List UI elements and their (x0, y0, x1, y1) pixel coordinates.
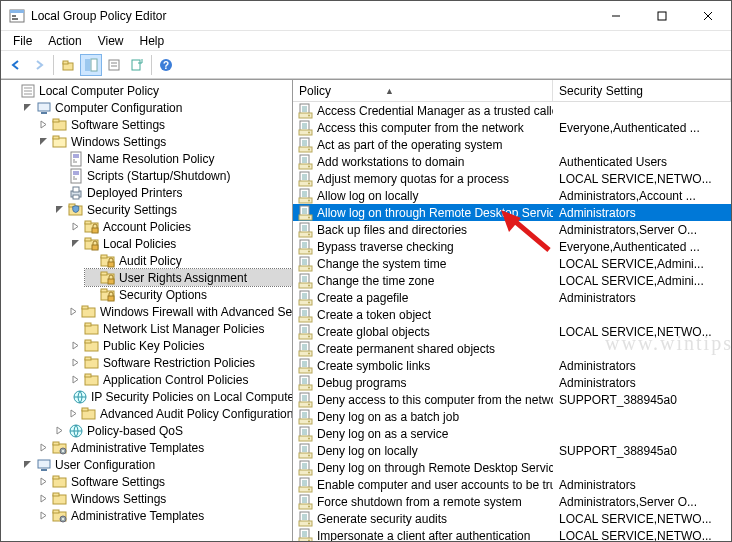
policy-row[interactable]: Enable computer and user accounts to be … (293, 476, 731, 493)
policy-row[interactable]: Back up files and directories Administra… (293, 221, 731, 238)
tree-item-software-restriction-policies[interactable]: Software Restriction Policies (69, 354, 292, 371)
help-button[interactable]: ? (155, 54, 177, 76)
policy-row[interactable]: Bypass traverse checking Everyone,Authen… (293, 238, 731, 255)
expand-icon[interactable] (69, 340, 81, 352)
tree-pane[interactable]: Local Computer PolicyComputer Configurat… (1, 80, 293, 541)
policy-row[interactable]: Access Credential Manager as a trusted c… (293, 102, 731, 119)
policy-row[interactable]: Act as part of the operating system (293, 136, 731, 153)
tree-item-administrative-templates[interactable]: Administrative Templates (37, 507, 292, 524)
tree-item-public-key-policies[interactable]: Public Key Policies (69, 337, 292, 354)
menu-file[interactable]: File (5, 33, 40, 49)
list-pane[interactable]: Policy ▲ Security Setting Access Credent… (293, 80, 731, 541)
expand-icon[interactable] (69, 306, 78, 318)
tree-item-deployed-printers[interactable]: Deployed Printers (53, 184, 292, 201)
collapse-icon[interactable] (53, 204, 65, 216)
expand-icon[interactable] (37, 493, 49, 505)
tree-item-security-options[interactable]: Security Options (85, 286, 292, 303)
tree-item-software-settings[interactable]: Software Settings (37, 473, 292, 490)
show-hide-tree-button[interactable] (80, 54, 102, 76)
policy-row[interactable]: Adjust memory quotas for a process LOCAL… (293, 170, 731, 187)
policy-row[interactable]: Create symbolic links Administrators (293, 357, 731, 374)
policy-row[interactable]: Deny access to this computer from the ne… (293, 391, 731, 408)
tree-item-policy-based-qos[interactable]: Policy-based QoS (53, 422, 292, 439)
expand-icon[interactable] (37, 119, 49, 131)
tree-item-label: Deployed Printers (87, 186, 182, 200)
policy-row[interactable]: Generate security audits LOCAL SERVICE,N… (293, 510, 731, 527)
svg-rect-12 (109, 60, 119, 70)
minimize-button[interactable] (593, 1, 639, 31)
tree-item-ip-security-policies[interactable]: IP Security Policies on Local Computer (69, 388, 292, 405)
tree-item-scripts[interactable]: Scripts (Startup/Shutdown) (53, 167, 292, 184)
expand-icon[interactable] (37, 442, 49, 454)
policy-row[interactable]: Allow log on locally Administrators,Acco… (293, 187, 731, 204)
tree-item-user-rights-assignment[interactable]: User Rights Assignment (85, 269, 292, 286)
expand-icon[interactable] (53, 425, 65, 437)
expand-icon[interactable] (69, 374, 81, 386)
tree-item-windows-settings[interactable]: Windows Settings (37, 490, 292, 507)
policy-row[interactable]: Create a token object (293, 306, 731, 323)
collapse-icon[interactable] (21, 102, 33, 114)
svg-rect-162 (299, 334, 312, 339)
tree-item-root-node[interactable]: Local Computer Policy (5, 82, 292, 99)
policy-row[interactable]: Create global objects LOCAL SERVICE,NETW… (293, 323, 731, 340)
tree-item-local-policies[interactable]: Local Policies (69, 235, 292, 252)
maximize-button[interactable] (639, 1, 685, 31)
policy-row[interactable]: Allow log on through Remote Desktop Serv… (293, 204, 731, 221)
menu-help[interactable]: Help (132, 33, 173, 49)
expand-icon[interactable] (69, 357, 81, 369)
tree-item-windows-firewall[interactable]: Windows Firewall with Advanced Security (69, 303, 292, 320)
policy-name: Act as part of the operating system (317, 138, 502, 152)
software-settings-icon (52, 474, 68, 490)
svg-point-115 (308, 199, 310, 201)
tree-item-computer-configuration[interactable]: Computer Configuration (21, 99, 292, 116)
properties-button[interactable] (103, 54, 125, 76)
policy-row[interactable]: Deny log on through Remote Desktop Servi… (293, 459, 731, 476)
expand-icon[interactable] (37, 510, 49, 522)
expand-icon[interactable] (69, 408, 78, 420)
policy-row[interactable]: Change the system time LOCAL SERVICE,Adm… (293, 255, 731, 272)
tree-item-network-list-manager-policies[interactable]: Network List Manager Policies (69, 320, 292, 337)
expand-icon[interactable] (37, 476, 49, 488)
policy-row[interactable]: Access this computer from the network Ev… (293, 119, 731, 136)
tree-item-application-control-policies[interactable]: Application Control Policies (69, 371, 292, 388)
tree-item-security-settings[interactable]: Security Settings (53, 201, 292, 218)
tree-item-label: IP Security Policies on Local Computer (91, 390, 293, 404)
tree-item-advanced-audit-policy[interactable]: Advanced Audit Policy Configuration (69, 405, 292, 422)
tree-item-windows-settings[interactable]: Windows Settings (37, 133, 292, 150)
policy-name: Bypass traverse checking (317, 240, 454, 254)
tree-item-audit-policy[interactable]: Audit Policy (85, 252, 292, 269)
policy-row[interactable]: Add workstations to domain Authenticated… (293, 153, 731, 170)
list-header: Policy ▲ Security Setting (293, 80, 731, 102)
menu-view[interactable]: View (90, 33, 132, 49)
forward-button[interactable] (28, 54, 50, 76)
policy-row[interactable]: Deny log on locally SUPPORT_388945a0 (293, 442, 731, 459)
tree-item-account-policies[interactable]: Account Policies (69, 218, 292, 235)
policy-name: Create a pagefile (317, 291, 408, 305)
security-setting: SUPPORT_388945a0 (553, 393, 731, 407)
policy-row[interactable]: Impersonate a client after authenticatio… (293, 527, 731, 541)
policy-row[interactable]: Create a pagefile Administrators (293, 289, 731, 306)
svg-rect-10 (85, 59, 90, 71)
policy-row[interactable]: Create permanent shared objects (293, 340, 731, 357)
export-button[interactable] (126, 54, 148, 76)
back-button[interactable] (5, 54, 27, 76)
close-button[interactable] (685, 1, 731, 31)
policy-row[interactable]: Change the time zone LOCAL SERVICE,Admin… (293, 272, 731, 289)
column-policy[interactable]: Policy ▲ (293, 80, 553, 101)
column-security-setting[interactable]: Security Setting (553, 80, 731, 101)
policy-row[interactable]: Deny log on as a service (293, 425, 731, 442)
security-setting: LOCAL SERVICE,NETWO... (553, 325, 731, 339)
policy-row[interactable]: Debug programs Administrators (293, 374, 731, 391)
tree-item-name-resolution-policy[interactable]: Name Resolution Policy (53, 150, 292, 167)
menu-action[interactable]: Action (40, 33, 89, 49)
up-button[interactable] (57, 54, 79, 76)
collapse-icon[interactable] (69, 238, 81, 250)
tree-item-software-settings[interactable]: Software Settings (37, 116, 292, 133)
collapse-icon[interactable] (21, 459, 33, 471)
expand-icon[interactable] (69, 221, 81, 233)
collapse-icon[interactable] (37, 136, 49, 148)
policy-row[interactable]: Deny log on as a batch job (293, 408, 731, 425)
tree-item-user-configuration[interactable]: User Configuration (21, 456, 292, 473)
policy-row[interactable]: Force shutdown from a remote system Admi… (293, 493, 731, 510)
tree-item-administrative-templates[interactable]: Administrative Templates (37, 439, 292, 456)
